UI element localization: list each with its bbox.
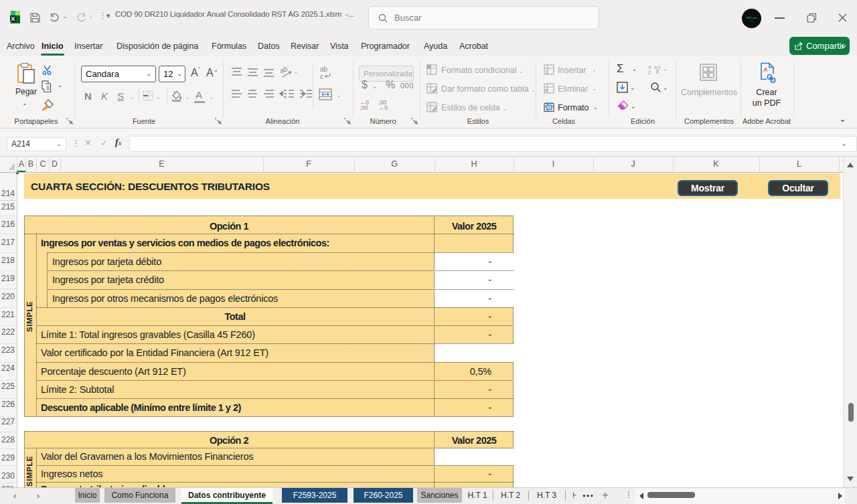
svg-text:Z: Z [648, 70, 651, 75]
svg-text:X: X [11, 15, 15, 22]
svg-text:A: A [763, 66, 768, 73]
svg-text:ab: ab [320, 66, 328, 73]
svg-text:ab: ab [281, 66, 289, 75]
svg-text:c: c [320, 73, 323, 80]
